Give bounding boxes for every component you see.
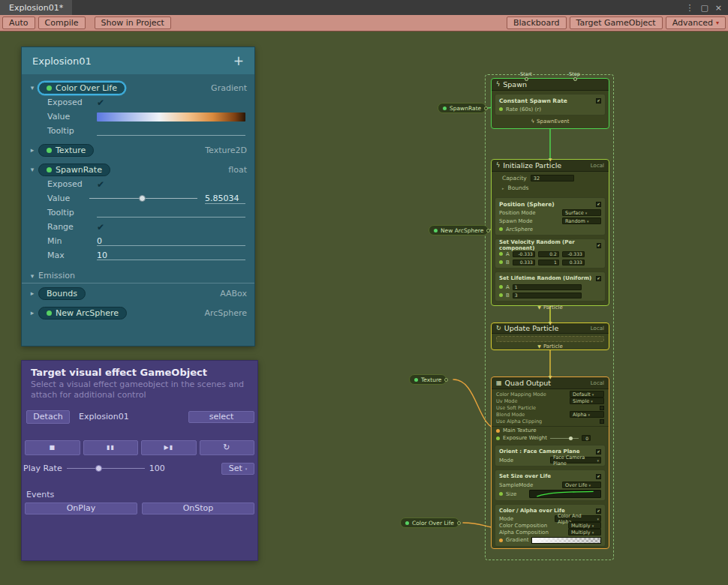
exposure-weight-port-icon[interactable] <box>496 436 500 440</box>
constant-spawn-rate-block[interactable]: Constant Spawn Rate ✔ Rate (60s) (r) <box>495 94 606 116</box>
main-texture-port-icon[interactable] <box>496 429 500 433</box>
rate-port-icon[interactable] <box>499 107 503 111</box>
property-pill-new-arcsphere[interactable]: New ArcSphere <box>38 307 127 320</box>
initialize-input-port[interactable]: ▼ <box>549 158 552 162</box>
gradient-widget[interactable] <box>531 537 601 544</box>
size-curve-widget[interactable] <box>529 490 601 498</box>
chevron-right-icon[interactable]: ▸ <box>26 309 38 316</box>
block-enabled-checkbox[interactable]: ✔ <box>597 243 601 248</box>
param-node-new-arcsphere[interactable]: New ArcSphere <box>429 225 489 236</box>
spawn-mode-dropdown[interactable]: Random▾ <box>562 218 601 224</box>
play-rate-slider[interactable] <box>67 464 145 472</box>
velocity-a-port-icon[interactable] <box>499 252 503 256</box>
chevron-down-icon[interactable]: ▾ <box>26 166 38 173</box>
quad-output-node[interactable]: ▼ ▦ Quad Output Local Color Mapping Mode… <box>491 376 609 549</box>
onplay-button[interactable]: OnPlay <box>25 502 137 514</box>
compile-button[interactable]: Compile <box>38 16 86 29</box>
spawnevent-output-port[interactable]: ϟ SpawnEvent <box>492 116 609 127</box>
tooltip-field[interactable] <box>97 126 245 136</box>
value-field[interactable]: 5.85034 <box>205 194 245 204</box>
gradient-port-icon[interactable] <box>499 538 503 542</box>
property-pill-spawnrate[interactable]: SpawnRate <box>38 164 110 176</box>
update-particle-node[interactable]: ▼ ↻ Update Particle Local ▼ Particle <box>491 322 609 350</box>
update-input-port[interactable]: ▼ <box>549 321 552 326</box>
value-slider[interactable] <box>89 194 197 202</box>
param-output-port[interactable] <box>457 521 461 525</box>
close-icon[interactable]: × <box>715 3 722 13</box>
add-property-button[interactable]: + <box>233 55 244 68</box>
start-port[interactable] <box>525 77 528 81</box>
blend-mode-dropdown[interactable]: Alpha▾ <box>570 411 604 418</box>
initialize-output-port[interactable]: ▼ Particle <box>492 302 609 313</box>
chevron-right-icon[interactable]: ▸ <box>26 290 38 297</box>
velocity-b-x-field[interactable]: 0.333 <box>513 260 535 266</box>
step-button[interactable]: ▶▮ <box>141 440 197 455</box>
spawn-node[interactable]: Start Stop ϟ Spawn Constant Spawn Rate ✔… <box>491 78 609 129</box>
space-badge[interactable]: Local <box>591 326 604 332</box>
output-input-port[interactable]: ▼ <box>549 375 552 380</box>
block-enabled-checkbox[interactable]: ✔ <box>596 449 601 454</box>
position-mode-dropdown[interactable]: Surface▾ <box>562 209 601 216</box>
max-field[interactable]: 10 <box>97 250 245 260</box>
auto-button[interactable]: Auto <box>2 16 35 29</box>
block-enabled-checkbox[interactable]: ✔ <box>596 98 601 104</box>
exposed-checkbox[interactable]: ✔ <box>97 180 104 189</box>
alpha-composition-dropdown[interactable]: Multiply▾ <box>568 529 601 536</box>
onstop-button[interactable]: OnStop <box>142 502 254 514</box>
foldout-arrow-icon[interactable]: ▸ <box>502 186 504 190</box>
property-pill-color-over-life[interactable]: Color Over Life <box>38 82 125 94</box>
color-mapping-dropdown[interactable]: Default▾ <box>570 391 604 398</box>
lifetime-a-port-icon[interactable] <box>499 285 503 289</box>
velocity-a-y-field[interactable]: 0.2 <box>538 251 559 257</box>
show-in-project-button[interactable]: Show in Project <box>95 16 171 29</box>
advanced-dropdown-button[interactable]: Advanced ▾ <box>666 16 726 29</box>
exposure-weight-field[interactable]: 0 <box>582 435 591 441</box>
range-checkbox[interactable]: ✔ <box>97 223 104 232</box>
space-badge[interactable]: Local <box>591 163 604 169</box>
initialize-particle-node[interactable]: ▼ ϟ Initialize Particle Local Capacity 3… <box>491 159 609 306</box>
spawn-node-header[interactable]: ϟ Spawn <box>492 79 609 91</box>
space-badge[interactable]: Local <box>591 380 604 386</box>
select-button[interactable]: select <box>188 411 254 423</box>
param-node-texture[interactable]: Texture <box>409 374 447 385</box>
color-mode-dropdown[interactable]: Color And Alpha▾ <box>555 515 601 522</box>
exposed-checkbox[interactable]: ✔ <box>97 98 104 107</box>
capacity-field[interactable]: 32 <box>531 175 574 182</box>
restart-button[interactable]: ↻ <box>200 440 255 455</box>
pause-button[interactable]: ▮▮ <box>83 440 139 455</box>
property-pill-bounds[interactable]: Bounds <box>38 287 86 300</box>
min-field[interactable]: 0 <box>97 236 245 246</box>
window-menu-icon[interactable]: ⋮ <box>685 3 693 13</box>
tooltip-field[interactable] <box>97 208 245 218</box>
velocity-b-z-field[interactable]: 0.333 <box>562 260 585 266</box>
set-size-over-life-block[interactable]: Set Size over Life ✔ SampleMode Over Lif… <box>495 470 606 501</box>
arcsphere-port-icon[interactable] <box>499 227 503 231</box>
size-port-icon[interactable] <box>499 492 503 496</box>
set-rate-button[interactable]: Set ▾ <box>221 463 254 475</box>
property-pill-texture[interactable]: Texture <box>38 144 94 157</box>
block-enabled-checkbox[interactable]: ✔ <box>596 474 601 479</box>
maximize-icon[interactable]: ▢ <box>700 3 708 13</box>
window-tab[interactable]: Explosion01* <box>0 0 72 15</box>
stop-button[interactable]: ■ <box>25 440 80 455</box>
chevron-right-icon[interactable]: ▸ <box>26 146 38 154</box>
lifetime-a-field[interactable]: 1 <box>513 284 582 290</box>
empty-block-area[interactable] <box>496 336 604 342</box>
velocity-a-x-field[interactable]: -0.333 <box>513 251 535 257</box>
orient-block[interactable]: Orient : Face Camera Plane ✔ Mode Face C… <box>495 445 606 466</box>
blackboard-toggle-button[interactable]: Blackboard <box>507 16 567 29</box>
category-emission[interactable]: ▾ Emission <box>22 268 254 284</box>
velocity-a-z-field[interactable]: -0.333 <box>562 251 585 257</box>
chevron-down-icon[interactable]: ▾ <box>26 84 38 92</box>
color-alpha-over-life-block[interactable]: Color / Alpha over Life ✔ Mode Color And… <box>495 504 606 547</box>
velocity-b-port-icon[interactable] <box>499 260 503 264</box>
color-composition-dropdown[interactable]: Multiply▾ <box>568 522 601 529</box>
uv-mode-dropdown[interactable]: Simple▾ <box>570 398 604 404</box>
detach-button[interactable]: Detach <box>26 410 70 424</box>
update-output-port[interactable]: ▼ Particle <box>492 342 609 350</box>
sample-mode-dropdown[interactable]: Over Life▾ <box>562 482 601 488</box>
param-output-port[interactable] <box>484 106 488 110</box>
alpha-clipping-checkbox[interactable] <box>600 419 604 424</box>
block-enabled-checkbox[interactable]: ✔ <box>596 276 601 281</box>
lifetime-b-port-icon[interactable] <box>499 293 503 297</box>
